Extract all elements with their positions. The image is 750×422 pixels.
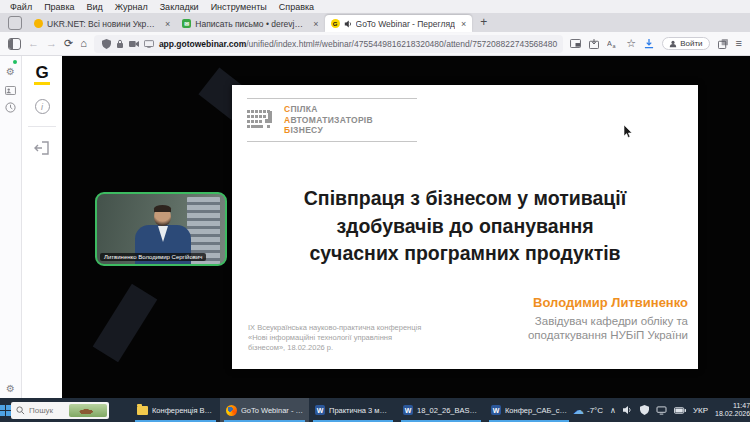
webcam-name-label: Литвиненко Володимир Сергійович	[100, 253, 206, 261]
tab-mail[interactable]: ✉ Написать письмо • derevjanko ×	[176, 15, 324, 32]
bookmark-star-icon[interactable]: ☆	[626, 38, 636, 49]
speaker-block: Володимир Литвиненко Завідувач кафедри о…	[528, 295, 688, 342]
windows-logo-icon	[0, 405, 11, 416]
account-icon	[669, 40, 677, 48]
network-icon[interactable]	[656, 406, 667, 415]
account-signin-button[interactable]: Войти	[662, 37, 709, 50]
menu-bookmarks[interactable]: Закладки	[160, 2, 199, 12]
home-icon[interactable]: ⌂	[80, 38, 87, 49]
tab-ukrnet[interactable]: UKR.NET: Всі новини України, ×	[28, 15, 176, 32]
hidden-icons-chevron[interactable]: ∧	[610, 406, 616, 415]
toolbar-right-icons: Aa ☆ Войти ≡	[570, 37, 742, 50]
shield-icon[interactable]	[102, 39, 111, 49]
extension-icon[interactable]	[718, 39, 728, 49]
date: 18.02.2026	[715, 410, 750, 418]
settings-gear-icon[interactable]: ⚙	[0, 384, 21, 394]
tab-title: GoTo Webinar - Перегляд	[356, 19, 455, 29]
language-indicator[interactable]: УКР	[693, 406, 708, 415]
tab-audio-icon[interactable]	[344, 20, 352, 28]
navigation-toolbar: ← → ⟳ ⌂ app.gotowebinar.com/unified/inde…	[0, 32, 750, 56]
forward-icon[interactable]: →	[46, 38, 57, 49]
menu-view[interactable]: Вид	[87, 2, 103, 12]
volume-icon[interactable]	[623, 405, 633, 415]
tab-title: Написать письмо • derevjanko	[195, 19, 307, 29]
taskbar-app-word-2[interactable]: W 18_02_26_BAS [Ре...	[397, 398, 485, 422]
battery-icon[interactable]	[674, 407, 686, 414]
menu-tools[interactable]: Инструменты	[211, 2, 267, 12]
system-tray: ☁ -7°C ∧ УКР 11:47 18.02.2026	[573, 402, 750, 418]
taskbar-app-word-3[interactable]: W Конфер_САБ_сай...	[485, 398, 573, 422]
screen-share-permission-icon[interactable]	[144, 40, 154, 48]
menu-help[interactable]: Справка	[279, 2, 314, 12]
main-content: ⚙ ⚙ G i	[0, 56, 750, 398]
tab-close-icon[interactable]: ×	[311, 19, 318, 29]
start-button[interactable]	[0, 405, 11, 416]
menu-file[interactable]: Файл	[10, 2, 32, 12]
url-text: app.gotowebinar.com/unified/index.html#/…	[159, 39, 557, 49]
presenter-hair	[154, 205, 171, 212]
address-bar[interactable]: app.gotowebinar.com/unified/index.html#/…	[94, 35, 563, 53]
sidebar-toggle-icon[interactable]	[8, 38, 21, 50]
time: 11:47	[715, 402, 750, 410]
header-rule-bottom	[247, 141, 417, 142]
speaker-name: Володимир Литвиненко	[528, 295, 688, 310]
leave-webinar-icon[interactable]	[34, 141, 50, 155]
mouse-cursor-icon	[623, 125, 633, 139]
translate-icon[interactable]: Aa	[607, 39, 618, 49]
browser-menu-bar: Файл Правка Вид Журнал Закладки Инструме…	[0, 0, 750, 13]
taskbar-app-word-1[interactable]: W Практична 3 моя...	[309, 398, 397, 422]
conference-caption: IX Всеукраїнська науково-практична конфе…	[248, 323, 421, 353]
goto-favicon-icon: G	[331, 19, 340, 28]
browser-tab-bar: UKR.NET: Всі новини України, × ✉ Написат…	[0, 13, 750, 32]
tab-title: UKR.NET: Всі новини України,	[47, 19, 159, 29]
taskbar-app-firefox[interactable]: GoTo Webinar - П...	[220, 398, 309, 422]
sab-keyboard-logo-icon	[247, 108, 277, 132]
speaker-role: Завідувач кафедри обліку та оподаткуванн…	[528, 314, 688, 342]
tab-close-icon[interactable]: ×	[459, 19, 466, 29]
goto-logo: G	[34, 64, 49, 85]
presentation-slide: СПІЛКА АВТОМАТИЗАТОРІВ БІЗНЕСУ Співпраця…	[232, 85, 698, 369]
word-icon: W	[403, 405, 413, 415]
word-icon: W	[491, 405, 501, 415]
stage-watermark	[93, 284, 158, 363]
slide-title: Співпраця з бізнесом у мотивації здобува…	[232, 185, 698, 268]
taskbar-app-folder[interactable]: Конференція ВА...	[131, 398, 220, 422]
browser-sidebar-strip: ⚙ ⚙	[0, 56, 22, 398]
tab-goto-webinar[interactable]: G GoTo Webinar - Перегляд ×	[325, 15, 473, 32]
svg-text:a: a	[613, 43, 617, 49]
mail-favicon-icon: ✉	[182, 19, 191, 28]
lock-icon[interactable]	[116, 39, 124, 49]
firefox-view-icon[interactable]	[8, 16, 22, 30]
download-icon[interactable]	[644, 39, 654, 49]
search-icon	[16, 406, 25, 415]
firefox-icon	[226, 405, 237, 416]
reload-icon[interactable]: ⟳	[64, 38, 73, 49]
menu-history[interactable]: Журнал	[115, 2, 148, 12]
taskbar-clock[interactable]: 11:47 18.02.2026	[715, 402, 750, 418]
svg-text:A: A	[607, 39, 612, 48]
taskbar-search[interactable]	[11, 402, 109, 419]
temperature: -7°C	[587, 406, 603, 415]
info-icon[interactable]: i	[35, 99, 50, 114]
webinar-stage: СПІЛКА АВТОМАТИЗАТОРІВ БІЗНЕСУ Співпраця…	[62, 56, 750, 398]
webcam-tile[interactable]: Литвиненко Володимир Сергійович	[95, 192, 227, 266]
screenshot-icon[interactable]	[5, 86, 16, 95]
search-daily-image[interactable]	[69, 404, 107, 417]
weather-widget[interactable]: ☁ -7°C	[573, 405, 603, 416]
camera-permission-icon[interactable]	[129, 40, 139, 48]
tab-close-icon[interactable]: ×	[163, 19, 170, 29]
windows-taskbar: Конференція ВА... GoTo Webinar - П... W …	[0, 398, 750, 422]
back-icon[interactable]: ←	[28, 38, 39, 49]
hamburger-menu-icon[interactable]: ≡	[736, 38, 742, 49]
sab-logo-text: СПІЛКА АВТОМАТИЗАТОРІВ БІЗНЕСУ	[284, 104, 373, 136]
menu-edit[interactable]: Правка	[44, 2, 74, 12]
sidebar-divider	[28, 126, 56, 127]
picture-in-picture-icon[interactable]	[570, 39, 581, 48]
new-tab-button[interactable]: +	[480, 15, 487, 29]
save-page-icon[interactable]	[589, 39, 599, 49]
security-shield-icon[interactable]	[640, 405, 649, 415]
extension-gear-icon[interactable]: ⚙	[6, 61, 15, 79]
history-clock-icon[interactable]	[5, 102, 16, 113]
folder-icon	[137, 406, 148, 415]
status-green-dot	[13, 60, 17, 64]
